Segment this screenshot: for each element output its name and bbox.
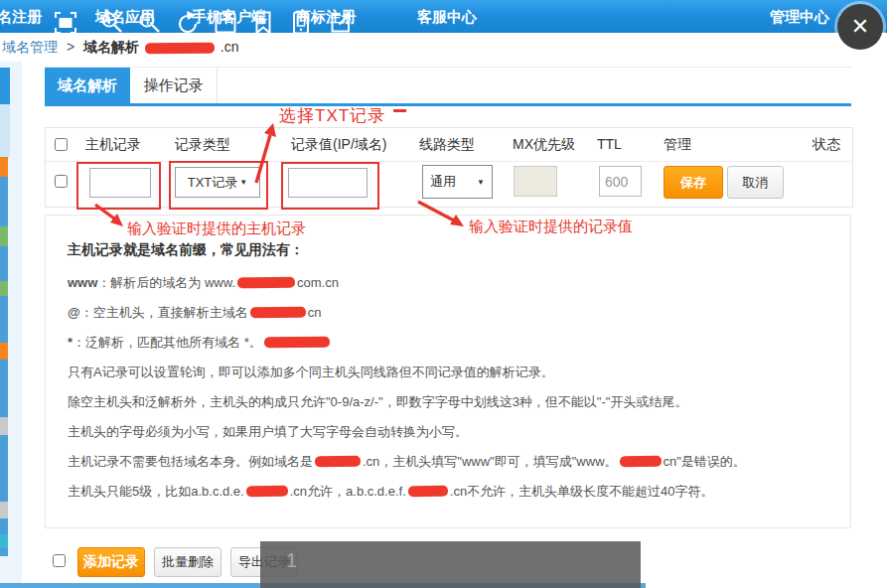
- zoom-in-icon[interactable]: [99, 10, 125, 36]
- batch-delete-button[interactable]: 批量删除: [154, 547, 222, 577]
- nav-item-domain-register[interactable]: 域名注册: [0, 0, 42, 33]
- help-text: 主机记录不需要包括域名本身。例如域名是: [68, 454, 313, 469]
- help-text: .cn，主机头填写"www"即可，填写成"www。: [363, 454, 618, 469]
- host-record-input[interactable]: [89, 168, 151, 198]
- help-line: *：泛解析，匹配其他所有域名 *。: [68, 333, 832, 353]
- bookmark-star-icon[interactable]: [250, 10, 276, 36]
- dns-record-table: 主机记录记录类型记录值(IP/域名)线路类型MX优先级TTL管理状态 TXT记录…: [45, 127, 853, 208]
- redaction-scribble: [237, 277, 295, 289]
- zoom-out-icon[interactable]: [137, 10, 163, 36]
- record-value-input[interactable]: [288, 168, 368, 198]
- column-header-6: 管理: [664, 128, 691, 161]
- redaction-scribble: [315, 456, 361, 467]
- help-line: www：解析后的域名为 www.com.cn: [68, 273, 832, 293]
- background-page-edge: [0, 343, 8, 360]
- image-viewer-toolbar: [260, 541, 641, 588]
- line-type-value: 通用: [430, 173, 456, 191]
- line-type-select[interactable]: 通用▼: [422, 165, 493, 199]
- help-text: @: [68, 305, 80, 320]
- mx-priority-input-disabled: [514, 166, 557, 197]
- help-text: cn: [308, 305, 322, 320]
- help-text: 主机头只能5级，比如a.b.c.d.e.: [68, 484, 244, 499]
- manage-center-menu[interactable]: 管理中心 ▼: [770, 0, 846, 34]
- row-checkbox[interactable]: [55, 175, 68, 188]
- help-text: com.cn: [297, 275, 339, 290]
- annotation-host-hint: 输入验证时提供的主机记录: [127, 220, 306, 238]
- tab-operation-log[interactable]: 操作记录: [130, 68, 218, 103]
- obscured-page-indicator: 1: [286, 549, 297, 572]
- table-header-row: 主机记录记录类型记录值(IP/域名)线路类型MX优先级TTL管理状态: [46, 128, 852, 162]
- help-line: 主机头的字母必须为小写，如果用户填了大写字母会自动转换为小写。: [68, 422, 832, 442]
- redaction-scribble: [246, 486, 288, 497]
- save-icon[interactable]: [213, 10, 238, 36]
- annotation-dash: [393, 109, 406, 112]
- annotation-select-txt: 选择TXT记录: [279, 104, 385, 127]
- help-line: 除空主机头和泛解析外，主机头的构成只允许"0-9/a-z/-"，即数字字母中划线…: [68, 392, 832, 412]
- redaction-scribble: [145, 42, 215, 54]
- fit-screen-icon[interactable]: [53, 10, 78, 36]
- background-page-edge: [0, 417, 8, 435]
- help-text: cn"是错误的。: [664, 454, 746, 469]
- help-text: .cn不允许，主机头单级长度不能超过40字符。: [450, 484, 714, 499]
- help-text: ：解析后的域名为 www.: [97, 275, 235, 290]
- top-navbar: 域名注册域名应用手机客户端商标注册客服中心 管理中心 ▼: [0, 0, 887, 33]
- background-page-edge: [0, 157, 8, 177]
- column-header-4: MX优先级: [513, 128, 575, 161]
- annotation-value-hint: 输入验证时提供的记录值: [469, 218, 633, 236]
- close-icon: ✕: [851, 14, 869, 40]
- help-text: 只有A记录可以设置轮询，即可以添加多个同主机头同线路但不同记录值的解析记录。: [68, 365, 554, 379]
- help-panel: 主机记录就是域名前缀，常见用法有：www：解析后的域名为 www.com.cn@…: [45, 215, 851, 528]
- breadcrumb-domain-management[interactable]: 域名管理: [2, 39, 58, 55]
- background-page-edge: [0, 226, 8, 246]
- screen: 域名注册域名应用手机客户端商标注册客服中心 管理中心 ▼ ✕ 域名管理 > 域名…: [0, 0, 887, 588]
- device-icon[interactable]: [288, 10, 314, 36]
- redaction-scribble: [250, 307, 306, 319]
- nav-item-customer-service[interactable]: 客服中心: [417, 0, 477, 33]
- column-header-2: 记录值(IP/域名): [291, 128, 386, 161]
- manage-center-label: 管理中心: [770, 8, 829, 25]
- help-text: ：泛解析，匹配其他所有域名 *。: [73, 335, 262, 350]
- chevron-down-icon: ▼: [239, 178, 247, 187]
- close-button[interactable]: ✕: [837, 4, 883, 50]
- column-header-5: TTL: [597, 128, 622, 161]
- breadcrumb-domain-suffix: .cn: [221, 39, 239, 55]
- record-type-select[interactable]: TXT记录▼: [175, 167, 260, 198]
- ttl-input[interactable]: [599, 166, 642, 197]
- column-header-7: 状态: [813, 128, 840, 161]
- help-text: 除空主机头和泛解析外，主机头的构成只允许"0-9/a-z/-"，即数字字母中划线…: [68, 394, 687, 409]
- help-lines: 主机记录就是域名前缀，常见用法有：www：解析后的域名为 www.com.cn@…: [68, 239, 832, 502]
- help-title: 主机记录就是域名前缀，常见用法有：: [68, 239, 832, 259]
- breadcrumb: 域名管理 > 域名解析 .cn: [0, 33, 887, 62]
- save-button[interactable]: 保存: [664, 166, 723, 199]
- record-type-value: TXT记录: [188, 174, 238, 192]
- select-all-checkbox[interactable]: [55, 138, 68, 151]
- help-line: 主机记录不需要包括域名本身。例如域名是.cn，主机头填写"www"即可，填写成"…: [68, 452, 832, 472]
- background-page-edge: [0, 68, 10, 104]
- column-header-1: 记录类型: [175, 128, 230, 161]
- tab-domain-resolution[interactable]: 域名解析: [45, 68, 130, 103]
- background-page-edge: [0, 281, 8, 296]
- cancel-button[interactable]: 取消: [727, 166, 784, 199]
- background-page-edge: [0, 104, 10, 157]
- background-page-edge: [0, 502, 8, 518]
- help-text: 主机头的字母必须为小写，如果用户填了大写字母会自动转换为小写。: [68, 424, 468, 439]
- help-text: www: [68, 275, 97, 290]
- breadcrumb-separator: >: [67, 39, 74, 55]
- redaction-scribble: [408, 486, 448, 497]
- share-icon[interactable]: [328, 10, 354, 36]
- help-line: @：空主机头，直接解析主域名cn: [68, 303, 832, 323]
- column-header-3: 线路类型: [419, 128, 475, 161]
- help-text: ：空主机头，直接解析主域名: [80, 305, 248, 320]
- help-text: 主机记录就是域名前缀，常见用法有：: [68, 241, 304, 257]
- tabbar-underline: [45, 103, 851, 106]
- background-page-edge: [0, 534, 8, 548]
- redaction-scribble: [264, 337, 330, 349]
- help-text: .cn允许，a.b.c.d.e.f.: [290, 484, 406, 499]
- help-line: 只有A记录可以设置轮询，即可以添加多个同主机头同线路但不同记录值的解析记录。: [68, 363, 832, 382]
- column-header-0: 主机记录: [85, 128, 141, 161]
- add-record-button[interactable]: 添加记录: [77, 547, 145, 577]
- rotate-icon[interactable]: [175, 10, 201, 36]
- help-line: 主机头只能5级，比如a.b.c.d.e..cn允许，a.b.c.d.e.f..c…: [68, 482, 832, 502]
- chevron-down-icon: ▼: [477, 178, 485, 187]
- select-all-bottom-checkbox[interactable]: [53, 554, 66, 567]
